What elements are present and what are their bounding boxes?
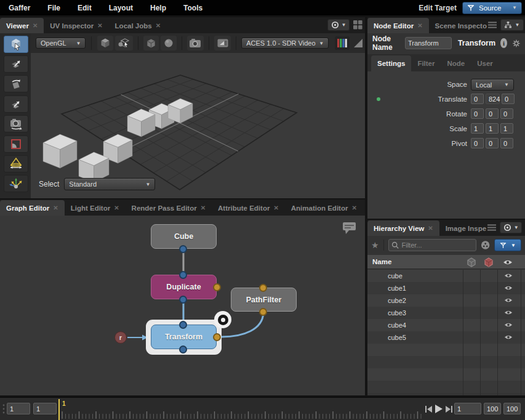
annotation-bubble-icon[interactable] [342, 222, 357, 235]
cube-output-plug[interactable] [179, 245, 187, 253]
pivot-y-field[interactable]: 0 [486, 138, 499, 148]
tab-node[interactable]: Node [441, 55, 471, 71]
hierarchy-row-cube1[interactable]: cube1 [367, 282, 525, 294]
tab-settings[interactable]: Settings [371, 55, 411, 71]
light-tool-button[interactable] [4, 155, 28, 172]
tab-hierarchy-view[interactable]: Hierarchy View ✕ [367, 220, 439, 236]
visibility-eye-icon[interactable] [504, 285, 513, 291]
scale-y-field[interactable]: 1 [486, 123, 499, 134]
select-tool-button[interactable] [4, 36, 28, 53]
frame-range-end-field[interactable]: 100 [503, 403, 521, 414]
pathfilter-input-plug[interactable] [259, 284, 267, 292]
exposure-gamma-button[interactable] [352, 36, 365, 50]
pivot-x-field[interactable]: 0 [471, 138, 484, 148]
crop-window-tool-button[interactable] [4, 135, 28, 153]
close-icon[interactable]: ✕ [114, 204, 119, 211]
shading-mode-button[interactable] [97, 36, 113, 50]
renderer-dropdown[interactable]: OpenGL ▼ [36, 38, 86, 49]
transform-filter-plug[interactable] [213, 333, 221, 341]
close-icon[interactable]: ✕ [273, 204, 278, 211]
info-icon[interactable]: i [500, 38, 507, 48]
hierarchy-filter-input[interactable] [388, 239, 476, 251]
render-cube-column-icon[interactable] [484, 257, 494, 267]
visibility-eye-icon[interactable] [504, 273, 513, 278]
close-icon[interactable]: ✕ [156, 22, 161, 29]
tab-uv-inspector[interactable]: UV Inspector ✕ [44, 18, 108, 33]
gear-icon[interactable] [513, 38, 520, 49]
tab-local-jobs[interactable]: Local Jobs ✕ [109, 18, 167, 33]
visibility-eye-icon[interactable] [504, 334, 513, 340]
transform-output-plug[interactable] [179, 345, 187, 353]
timeline-grip[interactable] [2, 403, 6, 414]
hierarchy-row-cube3[interactable]: cube3 [367, 307, 525, 319]
snapshot-button[interactable] [214, 36, 231, 50]
layout-grid-icon[interactable] [353, 20, 363, 30]
skip-to-start-icon[interactable] [425, 405, 433, 413]
tab-animation-editor[interactable]: Animation Editor ✕ [285, 200, 363, 216]
visibility-eye-icon[interactable] [504, 322, 513, 328]
scene-cube-column-icon[interactable] [467, 257, 476, 267]
tab-render-pass-editor[interactable]: Render Pass Editor ✕ [126, 200, 212, 216]
tab-attribute-editor[interactable]: Attribute Editor ✕ [212, 200, 285, 216]
close-icon[interactable]: ✕ [417, 22, 422, 29]
camera-settings-button[interactable] [187, 36, 204, 50]
visibility-eye-column-icon[interactable] [503, 259, 513, 265]
expansion-button[interactable] [143, 36, 159, 50]
hierarchy-row-cube[interactable]: cube [367, 270, 525, 282]
menu-layout[interactable]: Layout [100, 4, 142, 12]
tab-user[interactable]: User [471, 55, 499, 71]
translate-z-field[interactable]: 0 [502, 94, 515, 104]
menu-gaffer[interactable]: Gaffer [0, 4, 39, 12]
tab-viewer[interactable]: Viewer ✕ [0, 18, 44, 33]
bookmarks-star-icon[interactable]: ★ [371, 240, 379, 250]
translate-y-field[interactable]: 824 [486, 94, 500, 104]
viewport-3d[interactable]: Select Standard ▼ [31, 53, 365, 198]
hierarchy-row-cube5[interactable]: cube5 [367, 331, 525, 344]
playhead[interactable] [58, 399, 60, 420]
translate-x-field[interactable]: 0 [471, 94, 484, 104]
close-icon[interactable]: ✕ [201, 204, 206, 211]
tab-image-inspector[interactable]: Image Inspe [439, 220, 487, 236]
scale-z-field[interactable]: 1 [500, 123, 513, 134]
node-name-input[interactable] [405, 37, 452, 49]
playback-range-start-field[interactable]: 1 [33, 403, 57, 414]
pathfilter-output-plug[interactable] [259, 308, 267, 316]
rotate-z-field[interactable]: 0 [500, 108, 513, 119]
rotate-tool-button[interactable] [4, 75, 28, 92]
hierarchy-target-menu-button[interactable]: ▼ [500, 222, 522, 233]
filter-mode-button[interactable]: ▼ [494, 239, 521, 251]
visibility-eye-icon[interactable] [504, 310, 513, 315]
close-icon[interactable]: ✕ [53, 204, 58, 211]
scale-x-field[interactable]: 1 [471, 123, 484, 134]
visibility-eye-icon[interactable] [504, 297, 513, 303]
translate-tool-button[interactable] [4, 55, 28, 73]
list-icon[interactable] [488, 22, 497, 28]
tab-filter[interactable]: Filter [411, 55, 441, 71]
collapse-all-icon[interactable] [481, 240, 490, 250]
frame-range-start-field[interactable]: 1 [7, 403, 30, 414]
select-mode-dropdown[interactable]: Standard ▼ [64, 178, 155, 190]
timeline-ruler[interactable] [61, 399, 423, 420]
channels-button[interactable] [335, 36, 349, 50]
hierarchy-row-cube2[interactable]: cube2 [367, 294, 525, 307]
rotate-y-field[interactable]: 0 [486, 108, 499, 119]
transform-gizmo-tool-button[interactable] [4, 175, 28, 192]
close-icon[interactable]: ✕ [97, 22, 102, 29]
close-icon[interactable]: ✕ [33, 22, 38, 29]
menu-tools[interactable]: Tools [175, 4, 211, 12]
duplicate-filter-plug[interactable] [213, 283, 221, 291]
duplicate-output-plug[interactable] [179, 296, 187, 304]
close-icon[interactable]: ✕ [351, 204, 356, 211]
scale-tool-button[interactable] [4, 95, 28, 113]
name-column-header[interactable]: Name [367, 258, 391, 265]
playback-range-end-field[interactable]: 100 [484, 403, 501, 414]
hierarchy-row-cube4[interactable]: cube4 [367, 319, 525, 331]
list-icon[interactable] [487, 224, 496, 231]
duplicate-input-plug[interactable] [179, 271, 187, 279]
node-graph-canvas[interactable]: Cube Duplicate PathFilter Transform [0, 216, 365, 395]
tab-node-editor[interactable]: Node Editor ✕ [367, 18, 429, 33]
tab-scene-inspector[interactable]: Scene Inspecto [429, 18, 488, 33]
edit-target-dropdown[interactable]: Source ▼ [462, 2, 522, 14]
close-icon[interactable]: ✕ [428, 225, 433, 232]
menu-file[interactable]: File [39, 4, 69, 12]
